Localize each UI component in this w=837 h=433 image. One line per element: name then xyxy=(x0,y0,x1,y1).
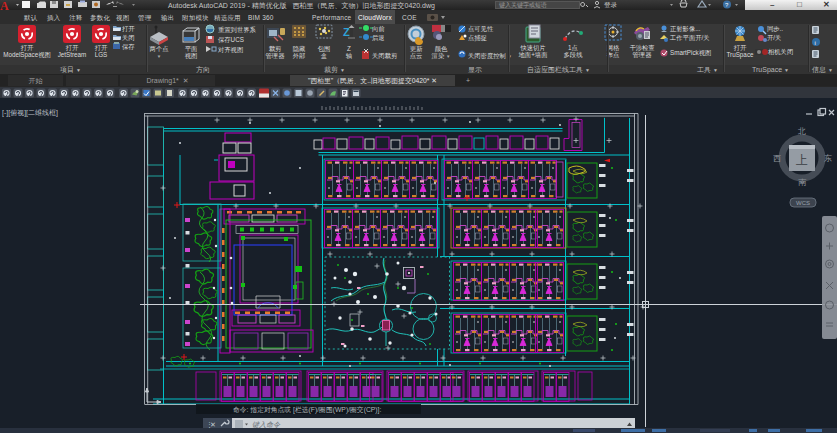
svg-text:A: A xyxy=(0,0,9,10)
svg-text:登录: 登录 xyxy=(604,1,618,9)
svg-text:东: 东 xyxy=(824,154,832,163)
svg-text:i: i xyxy=(815,40,816,46)
svg-text:命令: 指定对角点或 [栏选(F)/圈围(WP)/圈交(CP: 命令: 指定对角点或 [栏选(F)/圈围(WP)/圈交(CP)]: xyxy=(233,406,381,414)
svg-text:键入命令: 键入命令 xyxy=(252,421,281,429)
svg-text:上: 上 xyxy=(796,153,808,167)
svg-text:WCS: WCS xyxy=(796,200,810,206)
svg-text:西: 西 xyxy=(773,154,781,163)
svg-text:✕: ✕ xyxy=(210,421,216,428)
svg-text:北: 北 xyxy=(797,127,806,136)
svg-text:南: 南 xyxy=(798,178,807,187)
